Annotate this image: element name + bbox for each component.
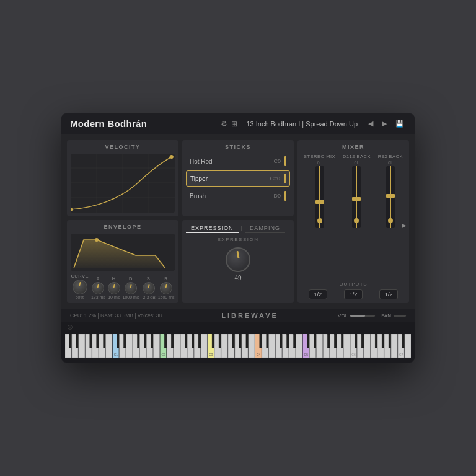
knob-r[interactable] — [160, 282, 172, 294]
pan-slider[interactable] — [394, 315, 406, 317]
stick-note-hotrod: C0 — [273, 158, 281, 164]
knob-h[interactable] — [108, 282, 120, 294]
envelope-graph — [71, 234, 175, 271]
svg-point-7 — [170, 155, 174, 159]
fader-track-stereo[interactable] — [315, 166, 324, 228]
mixer-title: MIXER — [301, 144, 405, 150]
knob-group-a: A 133 ms — [91, 276, 105, 299]
piano-info-icon[interactable]: ⓘ — [65, 324, 73, 331]
svg-rect-91 — [364, 334, 370, 358]
stick-item-hotrod[interactable]: Hot Rod C0 — [186, 154, 290, 169]
envelope-title: ENVELOPE — [71, 224, 175, 230]
knob-label-a: A — [97, 276, 100, 281]
expression-label: EXPRESSION — [186, 237, 290, 242]
svg-rect-33 — [153, 334, 159, 358]
svg-rect-102 — [405, 334, 411, 358]
svg-rect-72 — [296, 334, 302, 358]
grid-icon[interactable]: ⊞ — [231, 120, 237, 128]
knob-d[interactable] — [125, 282, 137, 294]
velocity-title: VELOCITY — [71, 144, 175, 150]
stick-name-brush: Brush — [190, 193, 206, 200]
main-content: VELOCITY — [61, 134, 415, 309]
piano-container: ⓘ .wk { fill: #d0d0d0; stroke: #aaa; str… — [61, 322, 415, 363]
ram-display: RAM: 33.5MB — [100, 312, 133, 319]
tab-damping[interactable]: DAMPING — [245, 224, 285, 233]
knob-a[interactable] — [92, 282, 104, 294]
velocity-graph[interactable] — [71, 154, 175, 213]
svg-rect-85 — [343, 334, 350, 358]
output-select-2[interactable]: 1/2 — [344, 289, 363, 299]
plugin-window: Modern Bodhrán ⚙ ⊞ 13 Inch Bodhran I | S… — [61, 113, 415, 363]
knob-group-r: R 1500 ms — [158, 276, 175, 299]
svg-text:C2: C2 — [161, 353, 165, 356]
stick-bar-tipper — [284, 174, 286, 183]
mixer-expand-icon[interactable]: ▶ — [402, 222, 407, 229]
knob-value-d: 1000 ms — [123, 295, 139, 299]
knob-curve[interactable] — [73, 280, 87, 294]
output-selects: 1/2 1/2 1/2 — [301, 289, 405, 299]
channel-ol-r92: 0L — [388, 161, 393, 165]
channel-label-r92: R92 BACK — [378, 154, 403, 159]
piano-keyboard[interactable]: .wk { fill: #d0d0d0; stroke: #aaa; strok… — [65, 334, 411, 359]
voices-display: Voices: 38 — [138, 312, 162, 319]
brand-logo: LIBREWAVE — [221, 312, 278, 319]
fader-dot-r92 — [388, 218, 393, 223]
svg-text:C5: C5 — [304, 353, 309, 356]
mixer-panel: MIXER STEREO MIX 0L D112 BACK 0L — [298, 140, 409, 303]
expression-tabs: EXPRESSION | DAMPING — [186, 224, 290, 233]
envelope-panel: ENVELOPE — [67, 220, 178, 303]
vol-slider[interactable] — [350, 315, 375, 317]
knob-label-h: H — [112, 276, 116, 281]
pan-group: PAN — [381, 313, 406, 319]
svg-point-8 — [95, 238, 99, 242]
prev-preset-button[interactable]: ◀ — [366, 119, 375, 128]
stick-name-tipper: Tipper — [190, 175, 208, 182]
expression-panel: EXPRESSION | DAMPING EXPRESSION 49 — [182, 220, 294, 303]
stick-name-hotrod: Hot Rod — [190, 158, 213, 165]
next-preset-button[interactable]: ▶ — [380, 119, 389, 128]
preset-name: 13 Inch Bodhran I | Spread Down Up — [246, 120, 358, 128]
envelope-knobs: CURVE 50% A 133 ms H 10 ms D 100 — [71, 273, 175, 299]
knob-s[interactable] — [143, 282, 155, 294]
output-select-1[interactable]: 1/2 — [309, 289, 327, 299]
fader-handle-d112[interactable] — [352, 197, 361, 201]
header-right: ⚙ ⊞ 13 Inch Bodhran I | Spread Down Up ◀… — [221, 119, 406, 128]
velocity-panel: VELOCITY — [67, 140, 178, 216]
knob-value-r: 1500 ms — [158, 295, 175, 299]
header-icons: ⚙ ⊞ — [221, 120, 237, 128]
knob-value-a: 133 ms — [91, 295, 105, 299]
sticks-panel: STICKS Hot Rod C0 Tipper C#0 Brush D0 — [182, 140, 294, 216]
svg-rect-20 — [106, 334, 112, 358]
fader-handle-stereo[interactable] — [315, 200, 324, 204]
stick-note-brush: D0 — [273, 193, 281, 199]
fader-handle-r92[interactable] — [386, 194, 395, 198]
knob-label-curve: CURVE — [71, 273, 89, 279]
svg-rect-39 — [174, 334, 180, 358]
svg-text:C3: C3 — [209, 353, 213, 356]
svg-text:C4: C4 — [257, 353, 261, 356]
fader-track-r92[interactable] — [386, 166, 395, 228]
status-info: CPU: 1.2% | RAM: 33.5MB | Voices: 38 — [70, 312, 162, 319]
save-preset-button[interactable]: 💾 — [394, 119, 406, 128]
pan-label: PAN — [381, 313, 391, 319]
sticks-title: STICKS — [186, 144, 290, 150]
settings-icon[interactable]: ⚙ — [221, 120, 227, 128]
mixer-channels: STEREO MIX 0L D112 BACK 0L — [301, 154, 405, 279]
svg-rect-13 — [79, 334, 85, 358]
fader-track-d112[interactable] — [352, 166, 361, 228]
fader-dot-stereo — [317, 218, 322, 223]
channel-label-stereo: STEREO MIX — [304, 154, 335, 159]
svg-rect-78 — [317, 334, 323, 358]
output-select-3[interactable]: 1/2 — [379, 289, 398, 299]
stick-item-tipper[interactable]: Tipper C#0 — [186, 170, 290, 187]
channel-label-d112: D112 BACK — [343, 154, 371, 159]
svg-text:C7: C7 — [399, 353, 403, 356]
vol-label: VOL — [338, 313, 348, 319]
plugin-title: Modern Bodhrán — [70, 118, 147, 129]
svg-text:C1: C1 — [114, 353, 118, 356]
fader-dot-d112 — [354, 218, 359, 223]
tab-expression[interactable]: EXPRESSION — [186, 224, 239, 233]
channel-ol-stereo: 0L — [317, 161, 322, 165]
stick-item-brush[interactable]: Brush D0 — [186, 188, 290, 203]
expression-knob[interactable] — [226, 247, 250, 272]
